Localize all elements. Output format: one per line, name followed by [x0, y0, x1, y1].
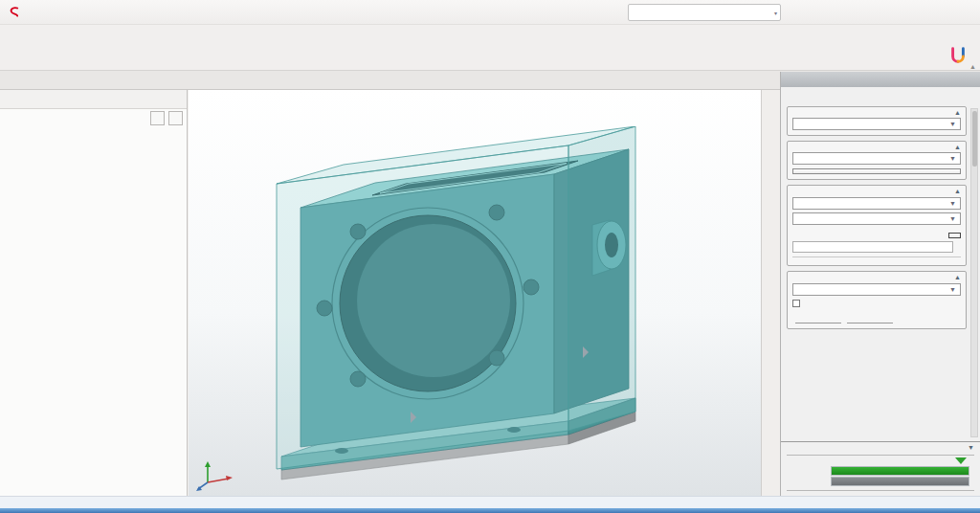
ribbon-collapse-icon[interactable]: ▲	[969, 63, 976, 70]
pin-menu-icon[interactable]	[43, 7, 55, 18]
costing-panel-iconrow	[781, 87, 980, 104]
command-search: ▾	[628, 4, 781, 21]
estimate-collapse-icon[interactable]: ▼	[968, 444, 974, 451]
stock-type-dropdown[interactable]: ▼	[792, 283, 961, 296]
graphics-viewport[interactable]	[189, 90, 761, 496]
additional-y-input[interactable]	[847, 313, 893, 323]
chevron-down-icon: ▼	[949, 286, 956, 293]
current-bar-track	[831, 466, 969, 476]
chevron-down-icon: ▼	[949, 121, 956, 127]
material-class-dropdown[interactable]: ▼	[792, 197, 961, 210]
ribbon-toolbar	[0, 25, 980, 71]
additional-x-input[interactable]	[795, 313, 841, 323]
nuovamacut-logo-icon	[949, 47, 967, 64]
scrollbar-thumb[interactable]	[972, 111, 977, 167]
manager-tab-strip	[0, 90, 187, 109]
previous-bar-track	[831, 477, 969, 486]
costing-panel-header	[781, 72, 980, 87]
bottom-accent-bar	[0, 508, 980, 513]
material-name-dropdown[interactable]: ▼	[792, 212, 961, 225]
stock-collapse-icon[interactable]: ▲	[954, 274, 961, 280]
origin-triad-icon	[196, 454, 236, 492]
material-collapse-icon[interactable]: ▲	[954, 188, 961, 194]
nuovamacut-brand	[949, 47, 970, 64]
search-chevron-icon[interactable]: ▾	[774, 10, 777, 16]
titlebar: ▾	[0, 0, 980, 25]
feature-manager-panel	[0, 90, 188, 496]
cost-estimate-section: ▼	[781, 441, 980, 496]
search-input[interactable]	[635, 8, 768, 17]
chevron-down-icon: ▼	[949, 155, 956, 162]
stock-preview-box	[277, 126, 635, 469]
breakdown-title	[787, 490, 974, 493]
material-weight	[792, 256, 961, 260]
solidworks-window: ▾ ▲	[0, 0, 980, 513]
comparison-bars	[787, 465, 974, 487]
method-section: ▲ ▼	[787, 106, 967, 136]
decrease-arrow-icon	[955, 457, 967, 464]
method-dropdown[interactable]: ▼	[792, 118, 961, 130]
method-collapse-icon[interactable]: ▲	[954, 109, 961, 116]
material-cost-input[interactable]	[792, 241, 953, 253]
costing-scrollbar[interactable]	[970, 108, 978, 437]
solidworks-logo	[8, 6, 24, 19]
costing-task-pane: ▲ ▼ ▲ ▼ ▲ ▼ ▼	[780, 72, 980, 496]
current-bar-fill	[832, 467, 969, 475]
solidworks-logo-icon	[8, 6, 21, 19]
task-pane-strip	[761, 90, 780, 496]
template-section: ▲ ▼	[787, 141, 967, 180]
chevron-down-icon: ▼	[949, 200, 956, 207]
chevron-down-icon: ▼	[949, 215, 956, 222]
estimated-cost-value	[787, 451, 974, 456]
status-bar	[0, 496, 980, 508]
housing-part-model[interactable]	[267, 126, 688, 496]
template-dropdown[interactable]: ▼	[792, 152, 961, 165]
costing-tree-toolbar	[0, 109, 187, 126]
previous-bar-fill	[832, 478, 969, 485]
set-material-button[interactable]	[948, 233, 961, 238]
costing-panel-body: ▲ ▼ ▲ ▼ ▲ ▼ ▼	[781, 104, 980, 441]
update-costing-button[interactable]	[150, 111, 165, 125]
launch-template-editor-button[interactable]	[792, 168, 961, 174]
specific-size-checkbox[interactable]	[792, 300, 800, 307]
template-collapse-icon[interactable]: ▲	[954, 144, 961, 150]
stock-body-section: ▲ ▼	[787, 271, 967, 329]
costing-feature-tree	[0, 131, 187, 496]
material-section: ▲ ▼ ▼	[787, 185, 967, 266]
costing-history-button[interactable]	[168, 111, 183, 125]
